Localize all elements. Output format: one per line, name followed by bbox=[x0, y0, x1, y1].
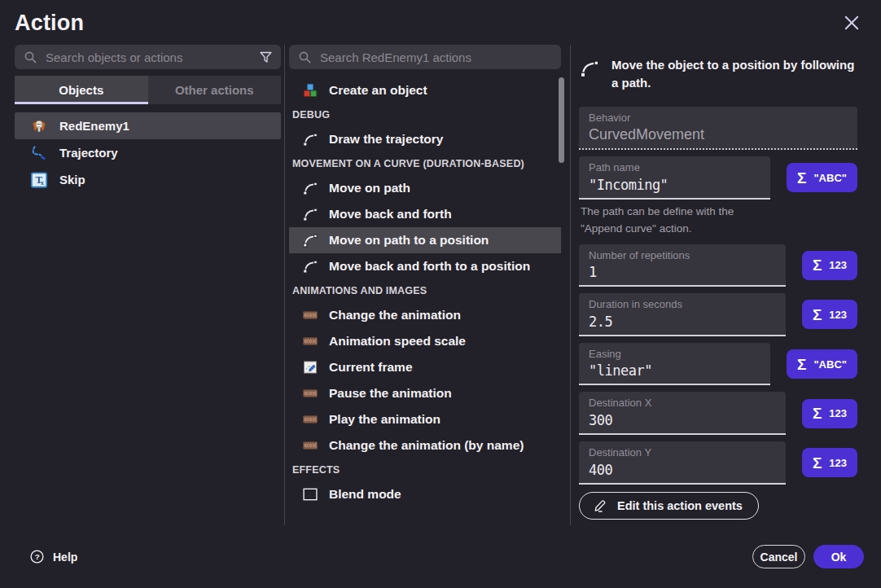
path-name-expression-button[interactable]: Σ "ABC" bbox=[787, 163, 857, 192]
curve-icon bbox=[302, 206, 318, 222]
action-item-move-on-path-to-a-position[interactable]: Move on path to a position bbox=[289, 227, 561, 253]
sigma-icon: Σ bbox=[797, 170, 806, 186]
actions-search-input[interactable] bbox=[320, 50, 553, 64]
action-item-animation-speed-scale[interactable]: Animation speed scale bbox=[289, 328, 561, 354]
object-item-trajectory[interactable]: Trajectory bbox=[15, 139, 281, 166]
path-name-helper-text: The path can be define with the "Append … bbox=[581, 204, 774, 238]
action-item-move-back-and-forth[interactable]: Move back and forth bbox=[289, 201, 561, 227]
actions-panel: Create an object DEBUG Draw the trajecto… bbox=[289, 45, 561, 525]
behavior-field: Behavior CurvedMovement bbox=[579, 107, 857, 151]
object-item-redenemy1[interactable]: RedEnemy1 bbox=[15, 112, 281, 139]
action-item-current-frame[interactable]: Current frame bbox=[289, 354, 561, 380]
curve-icon bbox=[302, 180, 318, 196]
curve-icon bbox=[302, 258, 318, 274]
behavior-label: Behavior bbox=[589, 112, 848, 125]
path-name-field[interactable]: Path name "Incoming" bbox=[579, 156, 770, 200]
action-description: Move the object to a position by followi… bbox=[579, 56, 857, 92]
easing-field[interactable]: Easing "linear" bbox=[579, 343, 770, 386]
edit-action-events-button[interactable]: Edit this action events bbox=[579, 492, 759, 520]
close-icon bbox=[842, 13, 861, 33]
trajectory-curve-icon bbox=[30, 144, 48, 162]
curve-icon bbox=[579, 58, 600, 79]
repetitions-field[interactable]: Number of repetitions 1 bbox=[579, 244, 786, 287]
category-header-effects: EFFECTS bbox=[289, 459, 561, 481]
pencil-icon bbox=[593, 498, 608, 513]
filter-icon[interactable] bbox=[259, 50, 273, 64]
object-item-skip[interactable]: Skip bbox=[15, 166, 281, 193]
film-icon bbox=[302, 385, 318, 402]
actions-search-bar bbox=[289, 45, 561, 69]
panel-divider bbox=[284, 45, 285, 525]
objects-search-input[interactable] bbox=[46, 50, 259, 64]
actions-scrollbar[interactable] bbox=[559, 77, 564, 163]
frame-icon bbox=[302, 359, 318, 375]
cancel-button[interactable]: Cancel bbox=[752, 545, 805, 568]
dialog-content: Objects Other actions RedEnemy1 Trajecto… bbox=[0, 45, 881, 525]
search-icon bbox=[298, 50, 312, 64]
objects-list: RedEnemy1 Trajectory Skip bbox=[15, 112, 281, 193]
sigma-icon: Σ bbox=[813, 257, 822, 273]
category-header-movement: MOVEMENT ON A CURVE (DURATION-BASED) bbox=[289, 152, 561, 175]
ok-button[interactable]: Ok bbox=[813, 545, 864, 568]
cubes-icon bbox=[302, 82, 318, 99]
sigma-icon: Σ bbox=[813, 406, 822, 421]
search-icon bbox=[24, 50, 37, 64]
film-icon bbox=[302, 411, 318, 428]
destination-y-expression-button[interactable]: Σ 123 bbox=[802, 448, 857, 477]
action-item-pause-the-animation[interactable]: Pause the animation bbox=[289, 380, 561, 406]
film-icon bbox=[302, 307, 318, 323]
object-tabs: Objects Other actions bbox=[15, 76, 281, 104]
objects-search-bar bbox=[15, 45, 281, 69]
category-header-debug: DEBUG bbox=[289, 103, 561, 126]
duration-field[interactable]: Duration in seconds 2.5 bbox=[579, 293, 786, 336]
action-item-blend-mode[interactable]: Blend mode bbox=[289, 481, 561, 507]
parameters-panel: Move the object to a position by followi… bbox=[579, 45, 881, 525]
objects-panel: Objects Other actions RedEnemy1 Trajecto… bbox=[15, 45, 281, 525]
category-header-animations: ANIMATIONS AND IMAGES bbox=[289, 279, 561, 302]
help-icon bbox=[29, 549, 45, 564]
close-button[interactable] bbox=[842, 13, 861, 33]
curve-icon bbox=[302, 131, 318, 147]
text-object-icon bbox=[30, 171, 48, 189]
action-item-move-on-path[interactable]: Move on path bbox=[289, 175, 561, 201]
tab-other-actions[interactable]: Other actions bbox=[148, 76, 282, 104]
film-icon bbox=[302, 333, 318, 349]
duration-expression-button[interactable]: Σ 123 bbox=[802, 300, 857, 329]
action-item-move-back-and-forth-to-a-position[interactable]: Move back and forth to a position bbox=[289, 253, 561, 279]
panel-divider bbox=[570, 45, 571, 525]
sigma-icon: Σ bbox=[813, 455, 822, 471]
dialog-title: Action bbox=[15, 11, 881, 36]
action-item-create-an-object[interactable]: Create an object bbox=[289, 77, 561, 103]
dialog-header: Action bbox=[0, 0, 881, 45]
actions-list: Create an object DEBUG Draw the trajecto… bbox=[289, 77, 561, 507]
red-enemy-sprite-icon bbox=[30, 117, 48, 135]
film-icon bbox=[302, 437, 318, 454]
destination-y-field[interactable]: Destination Y 400 bbox=[579, 441, 786, 485]
destination-x-expression-button[interactable]: Σ 123 bbox=[802, 399, 857, 428]
action-item-play-the-animation[interactable]: Play the animation bbox=[289, 406, 561, 432]
dialog-footer: Help Cancel Ok bbox=[0, 525, 881, 588]
help-button[interactable]: Help bbox=[29, 549, 77, 564]
action-item-change-the-animation[interactable]: Change the animation bbox=[289, 302, 561, 328]
destination-x-field[interactable]: Destination X 300 bbox=[579, 392, 786, 435]
tab-objects[interactable]: Objects bbox=[15, 76, 148, 104]
sigma-icon: Σ bbox=[797, 357, 806, 372]
repetitions-expression-button[interactable]: Σ 123 bbox=[802, 251, 857, 280]
action-item-draw-the-trajectory[interactable]: Draw the trajectory bbox=[289, 126, 561, 152]
blend-icon bbox=[302, 486, 318, 502]
action-item-change-the-animation-by-name[interactable]: Change the animation (by name) bbox=[289, 432, 561, 459]
behavior-value: CurvedMovement bbox=[589, 126, 848, 143]
sigma-icon: Σ bbox=[813, 307, 822, 323]
easing-expression-button[interactable]: Σ "ABC" bbox=[787, 349, 857, 379]
action-description-text: Move the object to a position by followi… bbox=[611, 56, 857, 92]
curve-icon bbox=[302, 232, 318, 248]
